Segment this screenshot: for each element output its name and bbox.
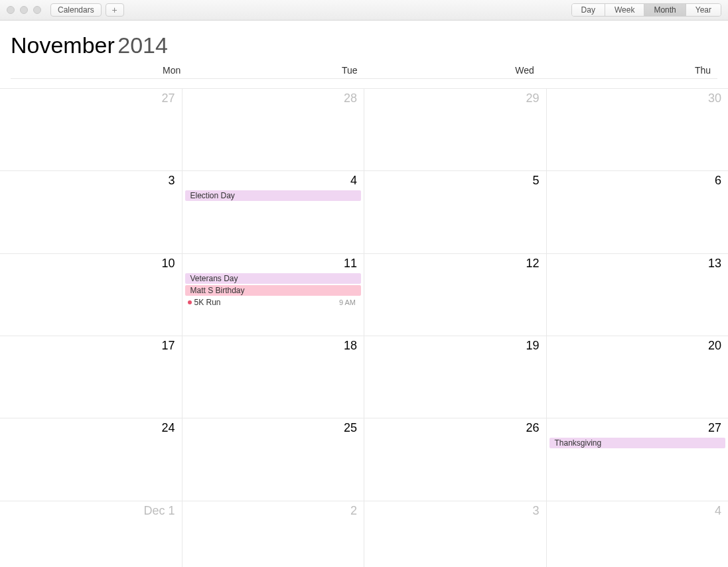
day-cell[interactable]: 4Election Day: [182, 171, 365, 253]
event-title: Matt S Birthday: [190, 286, 245, 295]
date-number: 11: [182, 257, 364, 273]
day-cell[interactable]: 17: [0, 336, 182, 418]
day-cell[interactable]: Dec 1: [0, 501, 182, 567]
day-cell[interactable]: 4: [547, 501, 729, 567]
date-number: 28: [182, 92, 364, 108]
event[interactable]: Thanksgiving: [549, 438, 726, 448]
date-number: 29: [364, 92, 546, 108]
day-cell[interactable]: 25: [182, 418, 365, 500]
date-number: 25: [182, 421, 364, 438]
day-cell[interactable]: 3: [364, 501, 547, 567]
date-number: 24: [0, 421, 182, 438]
calendar-title: November 2014 MonTueWedThu: [0, 21, 728, 89]
day-cell[interactable]: 26: [364, 418, 547, 500]
date-number: 27: [547, 421, 729, 438]
day-cell[interactable]: 27Thanksgiving: [547, 418, 729, 500]
day-cell[interactable]: 11Veterans DayMatt S Birthday5K Run9 AM: [182, 254, 365, 336]
date-number: 12: [364, 257, 546, 273]
add-event-button[interactable]: +: [106, 3, 124, 17]
date-number: 6: [547, 174, 729, 190]
title-month: November: [11, 32, 115, 58]
week-row: 1011Veterans DayMatt S Birthday5K Run9 A…: [0, 254, 728, 336]
week-row: 34Election Day56: [0, 171, 728, 253]
event[interactable]: 5K Run9 AM: [185, 297, 362, 308]
day-cell[interactable]: 28: [182, 89, 365, 170]
date-number: 4: [547, 504, 729, 521]
week-row: 24252627Thanksgiving: [0, 418, 728, 501]
month-grid: 2728293034Election Day561011Veterans Day…: [0, 89, 728, 567]
traffic-lights: [7, 6, 41, 14]
event[interactable]: Veterans Day: [185, 273, 362, 284]
day-cell[interactable]: 5: [364, 171, 547, 253]
date-number: 17: [0, 339, 182, 355]
day-cell[interactable]: 24: [0, 418, 182, 500]
view-month-button[interactable]: Month: [644, 4, 686, 16]
day-cell[interactable]: 13: [547, 254, 729, 336]
date-number: 27: [0, 92, 182, 108]
week-row: 17181920: [0, 336, 728, 418]
dow-wed: Wed: [364, 65, 541, 78]
date-number: 19: [364, 339, 546, 355]
window-toolbar: Calendars + DayWeekMonthYear: [0, 0, 728, 21]
date-number: 5: [364, 174, 546, 190]
event-title: 5K Run: [194, 298, 221, 307]
day-cell[interactable]: 30: [547, 89, 729, 170]
date-number: 10: [0, 257, 182, 273]
dow-tue: Tue: [187, 65, 364, 78]
date-number: 13: [547, 257, 729, 273]
calendars-button[interactable]: Calendars: [50, 3, 102, 17]
event-title: Election Day: [190, 191, 235, 200]
title-year: 2014: [117, 32, 168, 58]
day-cell[interactable]: 27: [0, 89, 182, 170]
date-number: 3: [364, 504, 546, 521]
day-cell[interactable]: 19: [364, 336, 547, 418]
date-number: 18: [182, 339, 364, 355]
day-cell[interactable]: 12: [364, 254, 547, 336]
date-number: 20: [547, 339, 729, 355]
day-cell[interactable]: 20: [547, 336, 729, 418]
event-title: Veterans Day: [190, 274, 238, 283]
date-number: 30: [547, 92, 729, 108]
day-cell[interactable]: 3: [0, 171, 182, 253]
week-row: 27282930: [0, 89, 728, 171]
minimize-window-icon[interactable]: [20, 6, 28, 14]
event-title: Thanksgiving: [555, 438, 602, 448]
date-number: 2: [182, 504, 364, 521]
date-number: 26: [364, 421, 546, 438]
dow-mon: Mon: [11, 65, 187, 78]
dow-thu: Thu: [541, 65, 717, 78]
close-window-icon[interactable]: [7, 6, 15, 14]
event-time: 9 AM: [339, 298, 356, 306]
day-cell[interactable]: 18: [182, 336, 365, 418]
day-of-week-header: MonTueWedThu: [11, 65, 717, 79]
week-row: Dec 1234: [0, 501, 728, 567]
date-number: 3: [0, 174, 182, 190]
day-cell[interactable]: 2: [182, 501, 365, 567]
day-cell[interactable]: 29: [364, 89, 547, 170]
view-week-button[interactable]: Week: [605, 4, 644, 16]
view-day-button[interactable]: Day: [572, 4, 605, 16]
view-year-button[interactable]: Year: [686, 4, 721, 16]
event[interactable]: Matt S Birthday: [185, 285, 362, 296]
day-cell[interactable]: 6: [547, 171, 729, 253]
day-cell[interactable]: 10: [0, 254, 182, 336]
event[interactable]: Election Day: [185, 190, 362, 201]
zoom-window-icon[interactable]: [33, 6, 41, 14]
view-segmented-control: DayWeekMonthYear: [571, 3, 721, 17]
date-number: Dec 1: [0, 504, 182, 521]
date-number: 4: [182, 174, 364, 190]
